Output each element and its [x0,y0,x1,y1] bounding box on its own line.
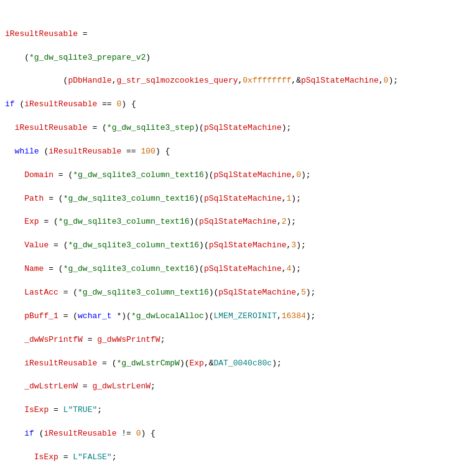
code-line: IsExp = L"TRUE"; [0,405,469,416]
code-line: if (iResultReusable != 0) { [0,428,469,440]
code-line: Domain = (*g_dw_sqlite3_column_text16)(p… [0,170,469,181]
code-line: (pDbHandle,g_str_sqlmozcookies_query,0xf… [0,75,469,87]
code-line: iResultReusable = (*g_dw_sqlite3_step)(p… [0,122,469,134]
code-line: LastAcc = (*g_dw_sqlite3_column_text16)(… [0,287,469,299]
code-line: IsExp = L"FALSE"; [0,452,469,464]
code-line: pBuff_1 = (wchar_t *)(*g_dwLocalAlloc)(L… [0,311,469,323]
code-line: Exp = (*g_dw_sqlite3_column_text16)(pSql… [0,216,469,228]
code-line: _dwWsPrintfW = g_dwWsPrintfW; [0,334,469,346]
code-line: (*g_dw_sqlite3_prepare_v2) [0,52,469,64]
code-line: iResultReusable = (*g_dwLstrCmpW)(Exp,&D… [0,358,469,370]
code-line: Value = (*g_dw_sqlite3_column_text16)(pS… [0,240,469,252]
code-line: if (iResultReusable == 0) { [0,99,469,111]
code-line: while (iResultReusable == 100) { [0,146,469,158]
code-view: iResultReusable = (*g_dw_sqlite3_prepare… [0,0,469,476]
code-line: Path = (*g_dw_sqlite3_column_text16)(pSq… [0,193,469,205]
code-line: Name = (*g_dw_sqlite3_column_text16)(pSq… [0,263,469,275]
code-line: iResultReusable = [0,29,469,40]
code-line: _dwLstrLenW = g_dwLstrLenW; [0,381,469,393]
